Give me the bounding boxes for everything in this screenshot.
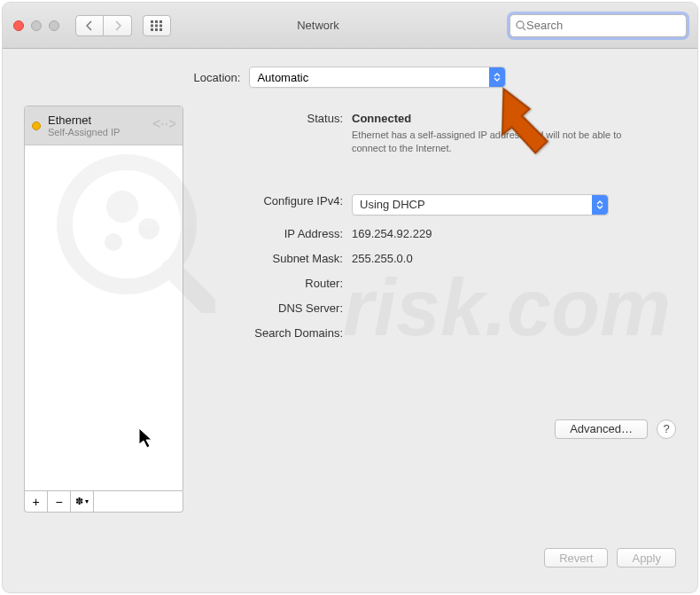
nav-group bbox=[75, 15, 132, 36]
configure-ipv4-select[interactable]: Using DHCP bbox=[352, 194, 609, 215]
ip-value: 169.254.92.229 bbox=[352, 224, 676, 240]
minus-icon: − bbox=[55, 495, 62, 509]
revert-button[interactable]: Revert bbox=[544, 548, 608, 568]
search-field[interactable] bbox=[509, 14, 687, 37]
close-button[interactable] bbox=[13, 20, 24, 31]
location-label: Location: bbox=[194, 71, 241, 84]
titlebar: Network bbox=[3, 3, 697, 49]
minimize-button[interactable] bbox=[31, 20, 42, 31]
dns-row: DNS Server: bbox=[199, 299, 676, 315]
service-text: Ethernet Self-Assigned IP bbox=[48, 114, 152, 137]
plus-icon: + bbox=[32, 495, 39, 509]
maximize-button[interactable] bbox=[49, 20, 59, 31]
ip-row: IP Address: 169.254.92.229 bbox=[199, 224, 676, 240]
search-domains-label: Search Domains: bbox=[199, 324, 352, 340]
add-service-button[interactable]: + bbox=[25, 491, 48, 512]
configure-value: Using DHCP bbox=[360, 198, 425, 211]
apply-button[interactable]: Apply bbox=[617, 548, 676, 568]
location-value: Automatic bbox=[257, 71, 308, 84]
content: Location: Automatic Ethernet Self-Assign… bbox=[3, 49, 697, 530]
service-list[interactable]: Ethernet Self-Assigned IP <··> bbox=[24, 106, 183, 491]
service-item-ethernet[interactable]: Ethernet Self-Assigned IP <··> bbox=[25, 106, 183, 145]
advanced-row: Advanced… ? bbox=[199, 419, 676, 439]
router-label: Router: bbox=[199, 274, 352, 290]
svg-line-10 bbox=[523, 27, 525, 30]
details-pane: Status: Connected Ethernet has a self-as… bbox=[199, 106, 676, 513]
help-button[interactable]: ? bbox=[657, 419, 676, 439]
service-actions-button[interactable]: ✽▾ bbox=[71, 491, 94, 512]
location-select[interactable]: Automatic bbox=[249, 67, 506, 88]
bottom-row: Revert Apply bbox=[3, 530, 697, 568]
router-row: Router: bbox=[199, 274, 676, 290]
status-dot-icon bbox=[32, 121, 41, 130]
svg-point-9 bbox=[517, 21, 524, 28]
search-domains-row: Search Domains: bbox=[199, 324, 676, 340]
subnet-value: 255.255.0.0 bbox=[352, 249, 676, 265]
status-value-block: Connected Ethernet has a self-assigned I… bbox=[352, 109, 676, 156]
dns-value bbox=[352, 299, 676, 301]
status-value: Connected bbox=[352, 112, 676, 125]
chevron-down-icon: ▾ bbox=[85, 497, 89, 505]
svg-text:<··>: <··> bbox=[152, 116, 175, 131]
sidebar-column: Ethernet Self-Assigned IP <··> + − ✽▾ bbox=[24, 106, 183, 513]
dns-label: DNS Server: bbox=[199, 299, 352, 315]
configure-value-wrap: Using DHCP bbox=[352, 192, 676, 215]
service-name: Ethernet bbox=[48, 114, 152, 127]
back-button[interactable] bbox=[75, 15, 104, 36]
search-input[interactable] bbox=[526, 19, 681, 32]
traffic-lights bbox=[13, 20, 59, 31]
window-title: Network bbox=[127, 19, 509, 32]
chevron-updown-icon bbox=[592, 195, 608, 215]
main-row: Ethernet Self-Assigned IP <··> + − ✽▾ bbox=[24, 106, 676, 513]
status-row: Status: Connected Ethernet has a self-as… bbox=[199, 109, 676, 156]
router-value bbox=[352, 274, 676, 277]
configure-label: Configure IPv4: bbox=[199, 192, 352, 207]
chevron-updown-icon bbox=[489, 67, 505, 87]
window: Network Location: Automatic bbox=[3, 3, 697, 592]
remove-service-button[interactable]: − bbox=[48, 491, 71, 512]
service-status: Self-Assigned IP bbox=[48, 127, 152, 137]
configure-row: Configure IPv4: Using DHCP bbox=[199, 192, 676, 215]
subnet-label: Subnet Mask: bbox=[199, 249, 352, 265]
sidebar-toolbar: + − ✽▾ bbox=[24, 491, 183, 513]
status-label: Status: bbox=[199, 109, 352, 125]
status-description: Ethernet has a self-assigned IP address … bbox=[352, 129, 635, 156]
search-icon bbox=[516, 20, 526, 31]
ethernet-icon: <··> bbox=[152, 116, 175, 135]
advanced-button[interactable]: Advanced… bbox=[555, 419, 648, 439]
search-domains-value bbox=[352, 324, 676, 326]
gear-icon: ✽ bbox=[75, 496, 83, 507]
subnet-row: Subnet Mask: 255.255.0.0 bbox=[199, 249, 676, 265]
ip-label: IP Address: bbox=[199, 224, 352, 240]
location-row: Location: Automatic bbox=[24, 67, 676, 88]
